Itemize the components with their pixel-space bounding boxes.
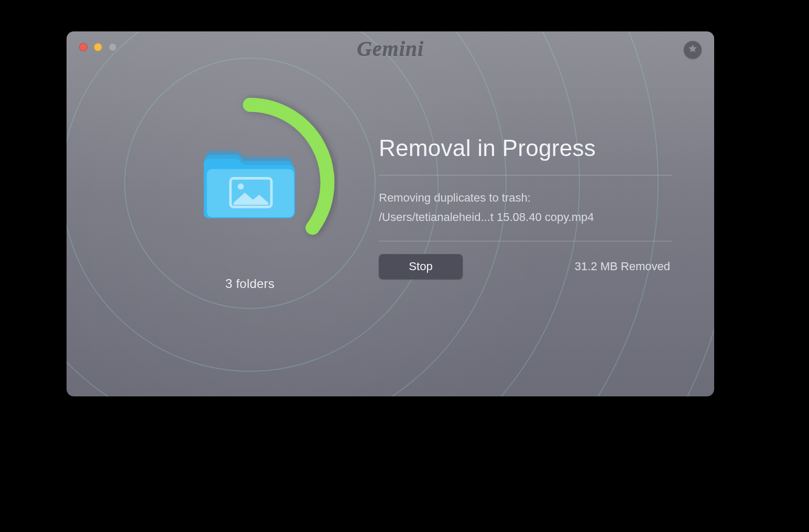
- folders-count-label: 3 folders: [145, 276, 355, 291]
- status-line-2: /Users/tetianaleheid...t 15.08.40 copy.m…: [379, 207, 672, 227]
- bottom-row: Stop 31.2 MB Removed: [379, 254, 672, 279]
- page-title: Removal in Progress: [379, 135, 672, 161]
- divider: [379, 175, 672, 175]
- removed-amount-label: 31.2 MB Removed: [575, 260, 672, 273]
- status-line-1: Removing duplicates to trash:: [379, 188, 672, 207]
- stop-button[interactable]: Stop: [379, 254, 463, 279]
- status-panel: Removal in Progress Removing duplicates …: [379, 135, 672, 279]
- svg-rect-2: [207, 169, 294, 217]
- app-title: Gemini: [67, 37, 714, 61]
- divider: [379, 241, 672, 241]
- star-icon: [687, 43, 698, 56]
- stage: Gemini: [0, 0, 809, 532]
- progress-area: 3 folders: [145, 94, 355, 314]
- favorites-button[interactable]: [684, 41, 702, 59]
- folder-image-icon: [204, 142, 296, 224]
- app-window: Gemini: [67, 31, 714, 396]
- svg-point-4: [238, 183, 244, 190]
